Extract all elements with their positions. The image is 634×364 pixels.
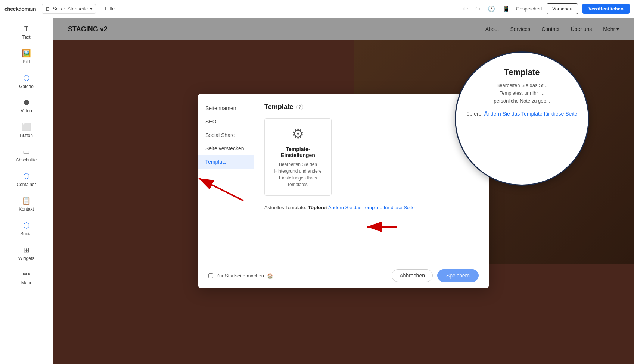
help-icon[interactable]: ? [296,104,303,110]
sidebar-item-widgets[interactable]: ⊞ Widgets [2,242,50,265]
sidebar-item-bild[interactable]: 🖼️ Bild [2,45,50,68]
template-cards: ⚙ Template-Einstellungen Bearbeiten Sie … [264,118,479,196]
dialog-sidebar: Seitennamen SEO Social Share Seite verst… [198,94,254,263]
dialog-footer: Zur Startseite machen 🏠 Abbrechen Speich… [198,263,489,288]
sidebar-item-container[interactable]: ⬡ Container [2,168,50,191]
text-icon: T [24,25,28,33]
chevron-down-icon: ▾ [90,6,93,12]
preview-button[interactable]: Vorschau [547,3,578,14]
undo-button[interactable]: ↩ [461,4,469,14]
dialog-item-seitennamen[interactable]: Seitennamen [198,101,254,115]
cancel-button[interactable]: Abbrechen [392,269,433,282]
topbar: checkdomain 🗒 Seite: Startseite ▾ Hilfe … [0,0,634,18]
sidebar-item-label: Container [16,182,36,187]
image-icon: 🖼️ [22,49,31,58]
history-button[interactable]: 🕐 [486,4,497,14]
mag-desc: Bearbeiten Sie das St...Templates, um Ih… [494,82,550,105]
dialog-item-seite-verstecken[interactable]: Seite verstecken [198,142,254,155]
sidebar-item-video[interactable]: ⏺ Video [2,94,50,117]
mag-change-link[interactable]: Ändern Sie das Template für diese Seite [484,111,578,117]
page-name: Startseite [67,6,88,12]
sidebar-item-abschnitte[interactable]: ▭ Abschnitte [2,143,50,166]
container-icon: ⬡ [23,172,29,181]
startpage-label: Zur Startseite machen [216,273,264,279]
video-icon: ⏺ [23,98,30,107]
template-einstellungen-card[interactable]: ⚙ Template-Einstellungen Bearbeiten Sie … [264,118,332,196]
startpage-checkbox-group: Zur Startseite machen 🏠 [208,273,273,279]
mehr-icon: ••• [22,270,30,279]
sidebar-item-kontakt[interactable]: 📋 Kontakt [2,192,50,216]
sidebar-item-label: Galerie [19,84,34,89]
card-desc: Bearbeiten Sie den Hintergrund und ander… [272,161,324,188]
topbar-actions: ↩ ↪ 🕐 📱 Gespeichert Vorschau Veröffentli… [461,3,630,14]
contact-icon: 📋 [22,196,31,205]
mobile-preview-button[interactable]: 📱 [501,4,512,14]
page-selector[interactable]: 🗒 Seite: Startseite ▾ [42,4,96,14]
sidebar-item-label: Video [21,108,32,113]
button-icon: ⬜ [22,122,31,131]
sidebar-item-label: Widgets [18,256,34,261]
dialog-title: Template ? [264,103,479,111]
sidebar-item-label: Social [20,231,32,236]
home-icon: 🏠 [267,273,273,279]
social-icon: ⬡ [23,221,29,230]
saved-status: Gespeichert [516,6,542,12]
magnifier-content: Template Bearbeiten Sie das St...Templat… [456,53,588,185]
dialog-item-social-share[interactable]: Social Share [198,128,254,142]
sidebar-item-button[interactable]: ⬜ Button [2,119,50,142]
publish-button[interactable]: Veröffentlichen [582,4,630,14]
current-template-info: Aktuelles Template: Töpferei Ändern Sie … [264,205,479,210]
change-template-link[interactable]: Ändern Sie das Template für diese Seite [328,205,415,210]
sidebar-item-label: Button [20,133,33,138]
sidebar-item-label: Text [22,35,30,40]
card-title: Template-Einstellungen [272,146,324,158]
sidebar-item-social[interactable]: ⬡ Social [2,217,50,240]
sidebar-item-mehr[interactable]: ••• Mehr [2,266,50,289]
save-button[interactable]: Speichern [437,269,479,282]
dialog-item-template[interactable]: Template [198,155,254,169]
page-label: Seite: [53,6,65,12]
sidebar-item-text[interactable]: T Text [2,22,50,44]
sidebar-item-label: Mehr [21,280,31,285]
sections-icon: ▭ [23,147,30,156]
page-settings-dialog: × Seitennamen SEO Social Share Seite ver… [198,94,489,288]
settings-gear-icon: ⚙ [272,126,324,142]
logo: checkdomain [4,6,36,12]
dialog-item-seo[interactable]: SEO [198,115,254,128]
main-layout: T Text 🖼️ Bild ⬡ Galerie ⏺ Video ⬜ Butto… [0,18,634,364]
dialog-content: Template ? ⚙ Template-Einstellungen Bear… [254,94,489,263]
sidebar: T Text 🖼️ Bild ⬡ Galerie ⏺ Video ⬜ Butto… [0,18,53,364]
sidebar-item-label: Abschnitte [16,157,37,163]
startpage-checkbox[interactable] [208,273,213,278]
widgets-icon: ⊞ [23,245,29,254]
mag-title: Template [504,68,540,77]
magnifier-circle: Template Bearbeiten Sie das St...Templat… [455,51,589,186]
redo-button[interactable]: ↪ [474,4,482,14]
dialog-footer-buttons: Abbrechen Speichern [392,269,479,282]
canvas-area: STAGING v2 About Services Contact Über u… [53,18,634,364]
dialog-body: Seitennamen SEO Social Share Seite verst… [198,94,489,263]
sidebar-item-label: Bild [22,59,30,65]
sidebar-item-label: Kontakt [19,207,34,212]
sidebar-item-galerie[interactable]: ⬡ Galerie [2,70,50,93]
mag-topferei: öpferei Ändern Sie das Template für dies… [467,111,577,117]
gallery-icon: ⬡ [23,73,29,82]
page-icon: 🗒 [45,6,50,12]
hilfe-button[interactable]: Hilfe [102,4,118,13]
